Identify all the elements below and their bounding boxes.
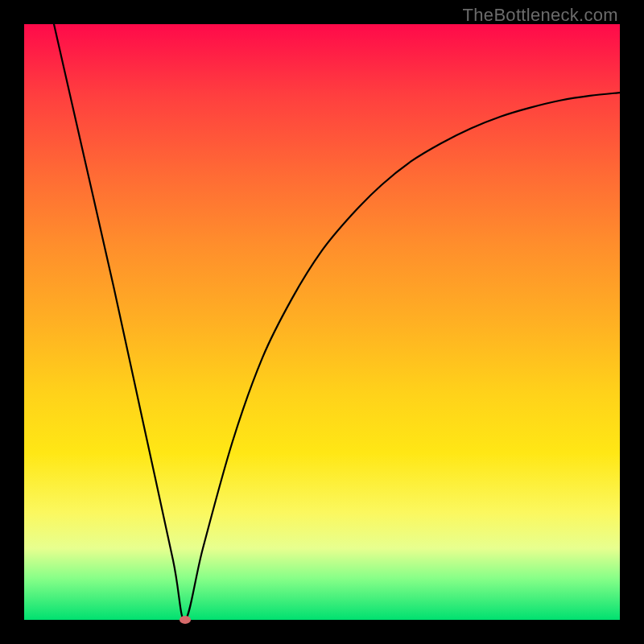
chart-frame: TheBottleneck.com	[0, 0, 644, 644]
bottleneck-curve	[24, 24, 620, 620]
minimum-marker	[180, 616, 191, 624]
watermark-text: TheBottleneck.com	[463, 5, 618, 26]
plot-area	[24, 24, 620, 620]
